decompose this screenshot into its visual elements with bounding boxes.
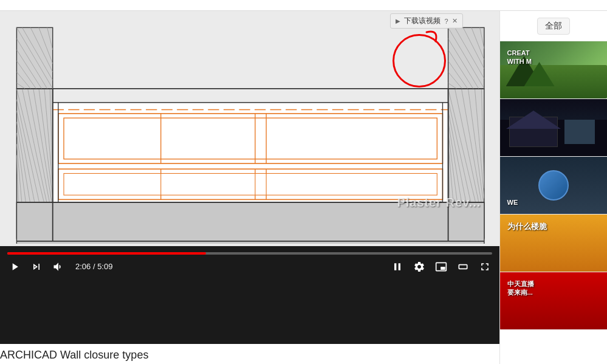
video-controls: 2:06 / 5:09 (0, 246, 499, 280)
miniplayer-icon (435, 261, 447, 273)
download-text: 下载该视频 (404, 16, 441, 26)
settings-button[interactable] (412, 259, 427, 274)
sidebar-card-we-text: WE (505, 196, 602, 209)
sidebar-item-chinese[interactable]: 为什么楼脆 (500, 215, 607, 272)
right-sidebar: 全部 CREAT WITH M (499, 11, 607, 364)
sidebar-card-create-text: CREAT WITH M (505, 46, 602, 69)
volume-button[interactable] (51, 259, 66, 274)
skip-button[interactable] (29, 259, 44, 274)
video-wrapper: ▶ 下载该视频 ? ✕ (0, 11, 499, 344)
progress-bar[interactable] (7, 252, 492, 255)
sidebar-card-news-text: 中天直播 要来南... (505, 277, 602, 300)
video-title: ARCHICAD Wall closure types (0, 349, 148, 361)
sidebar-item-create[interactable]: CREAT WITH M (500, 41, 607, 99)
skip-icon (30, 261, 43, 273)
pause-button[interactable] (390, 259, 405, 274)
video-title-bar: ARCHICAD Wall closure types (0, 344, 499, 364)
top-bar (0, 0, 607, 11)
miniplayer-button[interactable] (434, 259, 448, 274)
video-section: ▶ 下载该视频 ? ✕ (0, 11, 499, 364)
download-tooltip: ▶ 下载该视频 ? ✕ (390, 13, 462, 29)
sidebar-item-news[interactable]: 中天直播 要来南... (500, 272, 607, 330)
fullscreen-icon (479, 261, 491, 273)
settings-icon (413, 261, 425, 273)
fullscreen-button[interactable] (478, 259, 492, 274)
volume-icon (52, 261, 64, 273)
watermark: Plaster Rev... (397, 196, 481, 210)
controls-row: 2:06 / 5:09 (7, 259, 492, 274)
all-button-label[interactable]: 全部 (537, 18, 570, 35)
pause-icon (391, 261, 403, 273)
controls-right (390, 259, 492, 274)
progress-fill (7, 252, 206, 255)
sidebar-card-chinese-text: 为什么楼脆 (505, 219, 602, 235)
close-tooltip-button[interactable]: ✕ (452, 17, 458, 25)
video-content: ▶ 下载该视频 ? ✕ (0, 11, 499, 246)
sidebar-item-house[interactable] (500, 99, 607, 157)
help-button[interactable]: ? (444, 18, 448, 25)
time-display: 2:06 / 5:09 (75, 262, 112, 271)
sidebar-item-we[interactable]: WE (500, 157, 607, 215)
theater-icon (457, 261, 469, 273)
play-button[interactable] (7, 259, 22, 274)
svg-rect-37 (64, 173, 437, 195)
main-area: ▶ 下载该视频 ? ✕ (0, 11, 607, 364)
theater-button[interactable] (456, 259, 470, 274)
svg-rect-32 (64, 118, 437, 159)
play-small-icon: ▶ (396, 18, 400, 24)
sidebar-all-button[interactable]: 全部 (500, 11, 607, 41)
play-icon (9, 261, 21, 273)
